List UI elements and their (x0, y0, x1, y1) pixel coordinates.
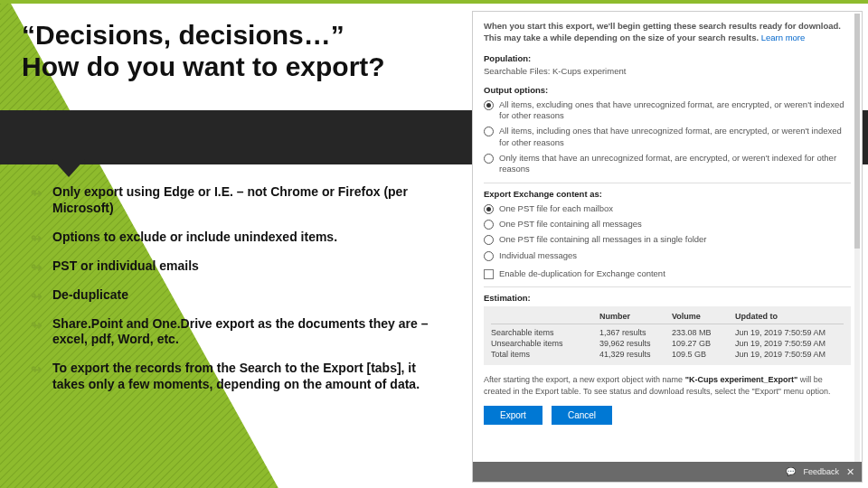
checkbox-icon[interactable] (484, 269, 494, 279)
bullet-item: Options to exclude or include unindexed … (31, 230, 447, 246)
option-label: All items, including ones that have unre… (499, 126, 851, 148)
bullet-item: PST or individual emails (31, 258, 447, 275)
option-label: One PST file containing all messages in … (499, 234, 707, 245)
close-icon[interactable]: ✕ (846, 466, 854, 478)
radio-icon[interactable] (484, 220, 494, 230)
radio-icon[interactable] (484, 100, 494, 110)
slide-title: “Decisions, decisions…” How do you want … (22, 20, 474, 82)
th: Volume (672, 312, 735, 321)
td: Jun 19, 2019 7:50:59 AM (735, 339, 844, 348)
td: 233.08 MB (672, 328, 735, 337)
radio-icon[interactable] (484, 235, 494, 245)
table-row: Searchable items 1,367 results 233.08 MB… (491, 327, 844, 338)
title-line-1: “Decisions, decisions…” (22, 20, 344, 50)
button-row: Export Cancel (484, 406, 851, 425)
note-text: After starting the export, a new export … (484, 375, 685, 384)
table-header: Number Volume Updated to (491, 312, 844, 324)
td: 109.5 GB (672, 350, 735, 359)
td: 41,329 results (599, 350, 672, 359)
bullet-item: To export the records from the Search to… (31, 361, 447, 393)
note-name: "K-Cups experiment_Export" (685, 375, 798, 384)
option-label: One PST file for each mailbox (499, 203, 613, 214)
option-label: All items, excluding ones that have unre… (499, 99, 851, 122)
export-button[interactable]: Export (484, 406, 542, 425)
cancel-button[interactable]: Cancel (552, 406, 612, 425)
radio-icon[interactable] (484, 154, 494, 164)
output-options-label: Output options: (484, 85, 851, 95)
bullet-item: De-duplicate (31, 287, 447, 304)
title-line-2: How do you want to export? (22, 52, 385, 81)
table-row: Total items 41,329 results 109.5 GB Jun … (491, 349, 844, 360)
bullet-item: Only export using Edge or I.E. – not Chr… (31, 184, 447, 217)
scrollbar-thumb[interactable] (854, 14, 860, 249)
td: Searchable items (491, 328, 599, 337)
slide: “Decisions, decisions…” How do you want … (0, 0, 868, 488)
td: 39,962 results (599, 339, 672, 348)
option-label: Only items that have an unrecognized for… (499, 153, 851, 175)
bullet-list: Only export using Edge or I.E. – not Chr… (31, 184, 447, 406)
th: Updated to (735, 312, 844, 321)
feedback-icon[interactable]: 💬 (786, 467, 796, 476)
intro-text: When you start this export, we'll begin … (484, 21, 851, 44)
radio-icon[interactable] (484, 204, 494, 214)
td: Jun 19, 2019 7:50:59 AM (735, 328, 844, 337)
after-note: After starting the export, a new export … (484, 374, 851, 396)
divider (484, 286, 851, 287)
th: Number (599, 312, 672, 321)
exchange-option-1[interactable]: One PST file for each mailbox (484, 203, 851, 214)
population-label: Population: (484, 53, 851, 63)
exchange-option-3[interactable]: One PST file containing all messages in … (484, 234, 851, 245)
exchange-label: Export Exchange content as: (484, 189, 851, 199)
td: Unsearchable items (491, 339, 599, 348)
option-label: One PST file containing all messages (499, 219, 642, 230)
estimation-label: Estimation: (484, 293, 851, 303)
radio-icon[interactable] (484, 251, 494, 261)
output-option-2[interactable]: All items, including ones that have unre… (484, 126, 851, 148)
dedupe-checkbox-row[interactable]: Enable de-duplication for Exchange conte… (484, 268, 851, 279)
td: Jun 19, 2019 7:50:59 AM (735, 350, 844, 359)
td: Total items (491, 350, 599, 359)
population-value: Searchable Files: K-Cups experiment (484, 66, 851, 76)
output-option-3[interactable]: Only items that have an unrecognized for… (484, 153, 851, 175)
table-row: Unsearchable items 39,962 results 109.27… (491, 338, 844, 349)
estimation-table: Number Volume Updated to Searchable item… (484, 306, 851, 365)
dedupe-label: Enable de-duplication for Exchange conte… (499, 268, 665, 279)
learn-more-link[interactable]: Learn more (761, 33, 806, 42)
feedback-label[interactable]: Feedback (803, 467, 839, 476)
exchange-option-4[interactable]: Individual messages (484, 250, 851, 261)
output-option-1[interactable]: All items, excluding ones that have unre… (484, 99, 851, 122)
exchange-option-2[interactable]: One PST file containing all messages (484, 219, 851, 230)
feedback-bar: 💬 Feedback ✕ (473, 462, 862, 482)
divider (484, 183, 851, 183)
export-dialog: When you start this export, we'll begin … (472, 11, 863, 483)
td: 109.27 GB (672, 339, 735, 348)
td: 1,367 results (599, 328, 672, 337)
bullet-item: Share.Point and One.Drive export as the … (31, 316, 447, 349)
option-label: Individual messages (499, 250, 577, 261)
th (491, 312, 599, 321)
header-notch (52, 159, 85, 177)
radio-icon[interactable] (484, 127, 494, 136)
